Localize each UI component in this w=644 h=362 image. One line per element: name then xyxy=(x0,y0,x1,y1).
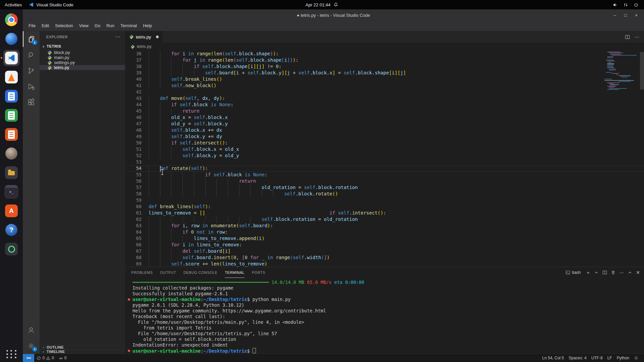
maximize-panel-icon[interactable] xyxy=(628,270,632,275)
file-main.py[interactable]: main.py xyxy=(40,55,125,60)
shell-selector[interactable]: bash xyxy=(566,270,581,275)
clock-menu[interactable]: Apr 22 01:44 xyxy=(306,2,338,7)
dock-gimp-icon[interactable] xyxy=(3,145,19,162)
minimap[interactable] xyxy=(604,52,639,92)
menu-file[interactable]: File xyxy=(25,22,39,29)
dock-chrome-icon[interactable] xyxy=(3,12,19,28)
code-line-61[interactable]: 61lines_to_remove = [] if self.intersect… xyxy=(125,210,644,216)
code-line-58[interactable]: 58 self.block.rotate() xyxy=(125,191,644,197)
extensions-icon[interactable] xyxy=(23,94,40,110)
code-line-68[interactable]: 68 self.board.insert(0, [0 for _ in rang… xyxy=(125,254,644,261)
new-terminal-icon[interactable]: ＋ xyxy=(586,269,590,276)
code-line-52[interactable]: 52 self.block.y = old_y xyxy=(125,153,644,159)
code-line-54[interactable]: 54 def rotate(self): xyxy=(125,165,644,172)
accounts-icon[interactable] xyxy=(23,322,40,338)
dock-thunderbird-icon[interactable] xyxy=(3,31,19,47)
panel-tab-output[interactable]: OUTPUT xyxy=(160,267,176,278)
dock-help-icon[interactable]: ? xyxy=(3,222,19,238)
dock-software-updater-icon[interactable] xyxy=(3,241,19,257)
dock-vlc-icon[interactable] xyxy=(3,69,19,85)
close-panel-icon[interactable]: ✕ xyxy=(636,269,640,276)
activities-button[interactable]: Activities xyxy=(5,2,22,7)
code-line-47[interactable]: 47 old_y = self.block.y xyxy=(125,121,644,127)
problems-indicator[interactable]: 0 0 xyxy=(34,354,56,362)
code-line-36[interactable]: 36 for i in range(len(self.block.shape))… xyxy=(125,51,644,57)
code-line-53[interactable]: 53 xyxy=(125,159,644,165)
cursor-position[interactable]: Ln 54, Col 5 xyxy=(540,354,567,362)
kill-terminal-icon[interactable] xyxy=(611,270,615,275)
section-outline[interactable]: ›OUTLINE xyxy=(40,345,125,349)
code-line-41[interactable]: 41 self.new_block() xyxy=(125,82,644,89)
menu-view[interactable]: View xyxy=(76,22,92,29)
command-failed-icon[interactable] xyxy=(128,298,130,301)
code-line-51[interactable]: 51 self.block.x = old_x xyxy=(125,146,644,153)
split-terminal-icon[interactable] xyxy=(602,270,607,275)
code-line-67[interactable]: 67 del self.board[i] xyxy=(125,248,644,254)
code-line-45[interactable]: 45 return xyxy=(125,108,644,114)
eol[interactable]: LF xyxy=(605,354,614,362)
more-actions-icon[interactable]: ⋯ xyxy=(619,269,624,276)
code-line-63[interactable]: 63 for i, row in enumerate(self.board): xyxy=(125,223,644,229)
run-and-debug-icon[interactable] xyxy=(23,78,40,94)
section-timeline[interactable]: ›TIMELINE xyxy=(40,349,125,354)
menu-terminal[interactable]: Terminal xyxy=(117,22,140,29)
manage-icon[interactable]: 1 xyxy=(23,338,40,354)
panel-tab-problems[interactable]: PROBLEMS xyxy=(131,267,153,278)
network-icon[interactable] xyxy=(623,2,628,7)
code-editor[interactable]: 36 for i in range(len(self.block.shape))… xyxy=(125,51,644,267)
power-icon[interactable] xyxy=(634,2,639,7)
code-line-46[interactable]: 46 old_x = self.block.x xyxy=(125,114,644,121)
split-editor-icon[interactable] xyxy=(625,35,630,40)
menu-selection[interactable]: Selection xyxy=(52,22,76,29)
remote-indicator[interactable]: >< xyxy=(23,354,34,362)
file-settings.py[interactable]: settings.py xyxy=(40,60,125,65)
dock-terminal-icon[interactable]: >_ xyxy=(3,184,19,200)
code-line-50[interactable]: 50 if self.intersect(): xyxy=(125,140,644,146)
command-failed-icon[interactable] xyxy=(128,350,130,352)
editor-scrollbar-thumb[interactable] xyxy=(640,52,644,89)
code-line-40[interactable]: 40 self.break_lines() xyxy=(125,76,644,82)
file-tetris.py[interactable]: tetris.py xyxy=(40,65,125,70)
source-control-icon[interactable] xyxy=(23,63,40,78)
folder-root-tetris[interactable]: ∨ TETRIS xyxy=(40,43,125,50)
dock-ubuntu-software-icon[interactable]: A xyxy=(3,203,19,219)
notifications-bell-icon[interactable] xyxy=(632,354,641,362)
indentation[interactable]: Spaces: 4 xyxy=(566,354,589,362)
code-line-64[interactable]: 64 if 0 not in row: xyxy=(125,229,644,235)
code-line-44[interactable]: 44 if self.block is None: xyxy=(125,102,644,108)
encoding[interactable]: UTF-8 xyxy=(589,354,605,362)
title-bar[interactable]: ● tetris.py - tetris - Visual Studio Cod… xyxy=(23,9,644,21)
code-line-57[interactable]: 57 old_rotation = self.block.rotation xyxy=(125,184,644,191)
code-line-60[interactable]: 60def break_lines(self): xyxy=(125,203,644,210)
minimize-button[interactable]: – xyxy=(610,11,619,19)
maximize-button[interactable]: □ xyxy=(621,11,630,19)
volume-icon[interactable] xyxy=(613,2,618,7)
code-line-65[interactable]: 65 lines_to_remove.append(i) xyxy=(125,235,644,242)
show-applications-button[interactable] xyxy=(6,349,17,359)
code-line-37[interactable]: 37 for j in range(len(self.block.shape[i… xyxy=(125,57,644,63)
menu-help[interactable]: Help xyxy=(140,22,155,29)
search-icon[interactable] xyxy=(23,47,40,63)
more-actions-icon[interactable]: ⋯ xyxy=(635,34,639,40)
code-line-62[interactable]: 62 self.block.rotation = old_rotation xyxy=(125,216,644,223)
launch-profile-icon[interactable] xyxy=(594,270,599,275)
code-line-39[interactable]: 39 self.board[i + self.block.y][j + self… xyxy=(125,70,644,76)
ports-indicator[interactable]: 0 xyxy=(56,354,69,362)
code-line-55[interactable]: 55 if self.block is None: xyxy=(125,172,644,178)
menu-edit[interactable]: Edit xyxy=(39,22,52,29)
close-button[interactable]: × xyxy=(632,11,641,19)
code-line-48[interactable]: 48 self.block.x += dx xyxy=(125,127,644,133)
panel-tab-ports[interactable]: PORTS xyxy=(252,267,265,278)
dock-files-icon[interactable] xyxy=(3,165,19,181)
code-line-49[interactable]: 49 self.block.y += dy xyxy=(125,133,644,140)
dock-libreoffice-writer-icon[interactable] xyxy=(3,88,19,104)
code-line-38[interactable]: 38 if self.block.shape[i][j] != 0: xyxy=(125,63,644,70)
explorer-more-actions-icon[interactable]: ⋯ xyxy=(115,34,121,40)
code-line-59[interactable]: 59 xyxy=(125,197,644,203)
code-line-56[interactable]: 56 return xyxy=(125,178,644,184)
breadcrumb[interactable]: tetris.py xyxy=(125,43,644,51)
menu-go[interactable]: Go xyxy=(92,22,103,29)
panel-tab-debug-console[interactable]: DEBUG CONSOLE xyxy=(183,267,217,278)
code-line-69[interactable]: 69 self.score += len(lines_to_remove) xyxy=(125,261,644,267)
explorer-icon[interactable]: 1 xyxy=(23,31,40,47)
